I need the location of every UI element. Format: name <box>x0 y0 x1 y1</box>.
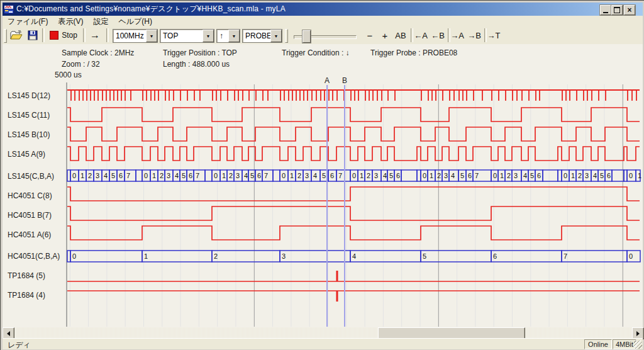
waveform-trace <box>67 147 640 161</box>
bus-cell <box>576 170 583 181</box>
set-cursor-a-button[interactable]: →A <box>449 28 465 42</box>
bus-cell-value: 7 <box>338 172 342 179</box>
trigger-position-readout: Trigger Position : TOP <box>163 48 237 57</box>
bus-cell-value: 1 <box>144 252 148 260</box>
toolbar: Stop → 100MHz ▼ TOP ▼ ↑ ▼ PROBE00 ▼ − + … <box>3 27 643 45</box>
bus-cell-value: 5 <box>423 252 426 260</box>
menu-item[interactable]: 設定 <box>88 15 113 28</box>
status-online-badge: Online <box>584 339 612 349</box>
trigger-condition-readout: Trigger Condition : ↓ <box>282 48 350 57</box>
bus-cell <box>248 170 255 181</box>
bus-cell-value: 1 <box>222 172 226 179</box>
bus-cell <box>187 170 194 181</box>
bus-cell <box>421 170 428 181</box>
stop-button[interactable]: Stop <box>45 28 82 42</box>
bus-cell <box>136 170 142 181</box>
bus-cell <box>612 170 624 181</box>
ab-button[interactable]: AB <box>392 28 409 42</box>
chevron-down-icon[interactable]: ▼ <box>270 30 282 42</box>
bus-cell <box>109 170 117 181</box>
bus-cell-value: 5 <box>600 172 604 179</box>
time-scale-label: 5000 us <box>55 71 82 79</box>
bus-cell-value: 3 <box>514 172 518 179</box>
menu-item[interactable]: 表示(V) <box>53 15 88 28</box>
chevron-down-icon[interactable]: ▼ <box>228 30 240 42</box>
bus-cell-value: 4 <box>383 172 387 179</box>
bus-cell <box>117 170 125 181</box>
zoom-in-button[interactable]: + <box>379 28 391 42</box>
bus-cell <box>466 170 473 181</box>
horizontal-scrollbar[interactable] <box>3 327 643 338</box>
bus-cell-value: 3 <box>167 172 170 179</box>
sample-clock-combo[interactable]: 100MHz ▼ <box>113 29 158 43</box>
bus-cell-value: 0 <box>352 172 356 179</box>
menu-item[interactable]: ヘルプ(H) <box>113 15 157 28</box>
toolbar-grip[interactable] <box>4 29 7 43</box>
bus-cell <box>473 170 491 181</box>
bus-cell-value: 0 <box>629 252 633 260</box>
bus-cell-value: 2 <box>88 172 92 179</box>
title-bar[interactable]: C:¥Documents and Settings¥noname¥デスクトップ¥… <box>3 3 643 16</box>
sample-clock-readout: Sample Clock : 2MHz <box>62 48 134 57</box>
bus-cell <box>86 170 94 181</box>
bus-cell <box>591 170 598 181</box>
bus-cell-value: 5 <box>322 172 326 179</box>
set-cursor-b-button[interactable]: →B <box>466 28 482 42</box>
bus-cell <box>558 170 562 181</box>
zoom-out-button[interactable]: − <box>364 28 376 42</box>
run-button[interactable]: → <box>86 28 104 42</box>
bus-cell <box>442 170 449 181</box>
bus-cell <box>624 170 627 181</box>
bus-cell-value: 2 <box>160 172 164 179</box>
bus-cell <box>498 170 505 181</box>
channel-label: LS145 B(10) <box>8 130 65 139</box>
open-folder-icon <box>10 30 23 40</box>
bus-cell <box>417 170 421 181</box>
channel-label: LS145 C(11) <box>8 111 65 120</box>
bus-cell-value: 2 <box>297 172 301 179</box>
open-file-button[interactable] <box>8 28 25 42</box>
bus-cell <box>67 170 70 181</box>
bus-cell-value: 0 <box>72 252 76 260</box>
bus-cell <box>296 170 303 181</box>
bus-cell-value: 4 <box>593 172 597 179</box>
bus-cell <box>605 170 612 181</box>
bus-cell <box>505 170 512 181</box>
probe-combo[interactable]: PROBE00 ▼ <box>242 29 282 43</box>
save-button[interactable] <box>25 28 41 42</box>
menu-item[interactable]: ファイル(F) <box>3 15 53 28</box>
goto-cursor-a-button[interactable]: ←A <box>413 28 429 42</box>
bus-cell <box>421 251 491 262</box>
maximize-button[interactable] <box>611 5 623 15</box>
chevron-down-icon[interactable]: ▼ <box>146 30 157 42</box>
channel-label: LS145(C,B,A) <box>8 172 65 181</box>
bus-cell-value: 2 <box>578 172 582 179</box>
trigger-position-combo[interactable]: TOP ▼ <box>160 29 214 43</box>
resize-grip[interactable] <box>634 341 642 349</box>
minimize-button[interactable] <box>600 5 611 15</box>
bus-cell-value: 2 <box>507 172 511 179</box>
bus-cell <box>449 170 458 181</box>
bus-cell <box>212 170 220 181</box>
bus-cell <box>320 170 328 181</box>
chevron-down-icon[interactable]: ▼ <box>203 30 214 42</box>
goto-cursor-b-button[interactable]: ←B <box>430 28 446 42</box>
bus-cell-value: 1 <box>500 172 504 179</box>
bus-cell <box>458 170 466 181</box>
bus-cell-value: 5 <box>250 172 254 179</box>
bus-cell <box>234 170 242 181</box>
bus-cell-value: 3 <box>444 172 448 179</box>
bus-cell-value: 4 <box>244 172 248 179</box>
bus-cell <box>387 170 394 181</box>
zoom-slider-handle[interactable] <box>303 30 311 43</box>
toolbar-grip[interactable] <box>285 29 288 43</box>
bus-cell-value: 2 <box>367 172 370 179</box>
goto-trigger-button[interactable]: →T <box>486 28 502 42</box>
trigger-edge-combo[interactable]: ↑ ▼ <box>216 29 240 43</box>
close-button[interactable]: × <box>624 5 635 15</box>
toolbar-separator <box>42 28 45 42</box>
channel-label: HC4051 A(6) <box>8 230 65 239</box>
sample-clock-value: 100MHz <box>113 31 146 40</box>
bus-cell <box>365 170 372 181</box>
bus-cell-value: 6 <box>330 172 334 179</box>
